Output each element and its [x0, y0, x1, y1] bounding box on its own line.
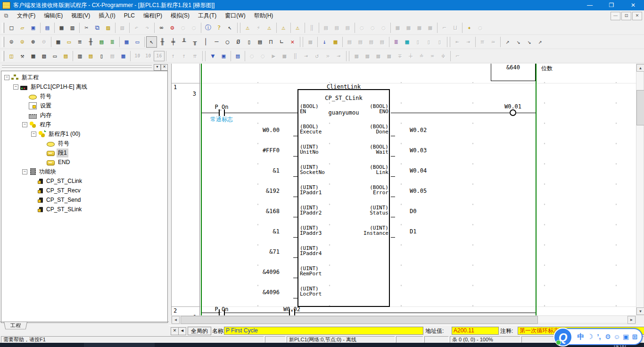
watch-list-button[interactable]: ▤	[96, 36, 107, 48]
minimize-button[interactable]: —	[579, 0, 601, 10]
tree-item-section1[interactable]: 段1	[1, 148, 167, 157]
symbol-bar-close-icon[interactable]: ✕	[171, 327, 179, 335]
tree-item-new-project[interactable]: −新工程	[1, 73, 167, 82]
tree-item-program1[interactable]: −新程序1 (00)	[1, 129, 167, 139]
symbol-name-field[interactable]: P First Cycle	[224, 327, 423, 335]
ime-language-toggle[interactable]: 中	[576, 332, 586, 341]
protection-button[interactable]: ✦	[464, 22, 475, 33]
comment-button[interactable]: ▭	[64, 36, 74, 48]
ci-view-button[interactable]: ▭	[132, 36, 143, 48]
fb-input-operand[interactable]: #FFF0	[233, 147, 280, 154]
expander-icon[interactable]: −	[4, 75, 9, 80]
compare-button[interactable]: ▤	[232, 50, 243, 62]
vertical-scrollbar[interactable]	[636, 64, 644, 315]
menu-item-8[interactable]: 工具(T)	[194, 11, 221, 21]
menu-item-1[interactable]: 文件(F)	[13, 11, 40, 21]
window2-button[interactable]: ▦	[28, 50, 39, 62]
tree-item-fb-cp-st-recv[interactable]: CP_ST_Recv	[1, 186, 167, 195]
window-layout-button[interactable]: ◫	[6, 50, 17, 62]
menu-item-10[interactable]: 帮助(H)	[250, 11, 278, 21]
child-restore-button[interactable]: ⊡	[621, 12, 631, 20]
horizontal-scrollbar[interactable]	[171, 315, 636, 323]
properties-window-button[interactable]: ▤	[60, 50, 71, 62]
menu-item-3[interactable]: 视图(V)	[67, 11, 94, 21]
row2-tool-43[interactable]: ↗	[502, 36, 513, 48]
emoji-icon[interactable]: ☺	[612, 333, 621, 340]
tree-item-symbols[interactable]: 符号	[1, 91, 167, 101]
symbol-bar-prev-icon[interactable]: ◄	[178, 327, 186, 335]
tree-item-fb-cp-st-clink[interactable]: CP_ST_CLink	[1, 176, 167, 186]
copy-button[interactable]: ⧉	[92, 22, 103, 33]
child-window-icon[interactable]	[2, 12, 10, 19]
scroll-left-icon[interactable]	[172, 316, 180, 324]
scroll-thumb[interactable]	[181, 316, 538, 324]
cross-reference-button[interactable]: ▥	[74, 50, 85, 62]
toolbox-icon[interactable]: ⊞	[630, 333, 639, 340]
select-mode-button[interactable]: ↖	[146, 36, 157, 48]
tree-item-program1-symbols[interactable]: 符号	[1, 139, 167, 148]
transfer-from-plc-button[interactable]: ▣	[218, 50, 229, 62]
output-coil[interactable]	[510, 109, 516, 116]
scroll-thumb[interactable]	[636, 90, 644, 125]
expander-icon[interactable]: −	[13, 84, 18, 90]
transfer-to-plc-button[interactable]: ▼	[207, 50, 218, 62]
fb-input-operand[interactable]: &1	[233, 228, 280, 235]
new-closed-contact-button[interactable]: ╪	[168, 36, 179, 48]
tree-item-settings[interactable]: 设置	[1, 101, 167, 110]
menu-item-2[interactable]: 编辑(E)	[40, 11, 67, 21]
expander-icon[interactable]: −	[22, 122, 27, 127]
mnemonic-view-button[interactable]: ▦	[121, 36, 132, 48]
tree-item-programs[interactable]: −程序	[1, 120, 167, 129]
fb-instance-button[interactable]: ≣	[391, 36, 402, 48]
tree-item-plc1[interactable]: −新PLC1[CP1H-E] 离线	[1, 82, 167, 91]
coil-label[interactable]: W0.01	[499, 103, 527, 110]
tab-project[interactable]: 工程	[4, 322, 27, 329]
horizontal-line-button[interactable]: ─	[211, 36, 222, 48]
properties-button[interactable]: ⓘ	[203, 22, 214, 33]
local-window-button[interactable]: ▯	[96, 50, 107, 62]
menu-item-7[interactable]: 模拟(S)	[166, 11, 194, 21]
ime-logo-icon[interactable]: Q	[553, 328, 572, 347]
close-button[interactable]: ✕	[622, 0, 644, 10]
punctuation-icon[interactable]: ’,	[594, 333, 603, 340]
memory-view-button[interactable]: ▦	[118, 50, 129, 62]
panel-grip[interactable]	[2, 67, 152, 69]
symbol-address-field[interactable]: A200.11	[452, 327, 499, 335]
maximize-button[interactable]: ❐	[601, 0, 622, 10]
save-button[interactable]: ▣	[28, 22, 39, 33]
toolbar-grip[interactable]	[2, 23, 4, 33]
menu-item-9[interactable]: 窗口(W)	[221, 11, 249, 21]
fb-input-operand[interactable]: &4096	[233, 289, 280, 296]
expander-icon[interactable]: −	[22, 169, 27, 174]
contact-label[interactable]: W0.02	[278, 306, 306, 313]
cut-button[interactable]: ✂	[81, 22, 92, 33]
tree-item-fb-cp-st-slink[interactable]: CP_ST_SLink	[1, 205, 167, 214]
fb-input-operand[interactable]: W0.00	[233, 127, 280, 133]
toolbar-grip[interactable]	[2, 51, 4, 61]
print-preview-button[interactable]: ▥	[67, 22, 78, 33]
skin-icon[interactable]: ▣	[621, 333, 630, 340]
row2-tool-46[interactable]: ↗	[535, 36, 545, 48]
fb-transfer-button[interactable]: ↓	[319, 36, 330, 48]
new-contact-button[interactable]: ╫	[157, 36, 168, 48]
fb-instance-name[interactable]: ClientLink	[297, 83, 390, 90]
context-help-button[interactable]: ↖	[224, 22, 235, 33]
fb-input-operand[interactable]: &1	[233, 167, 280, 174]
panel-grip[interactable]	[2, 65, 152, 67]
taskbar[interactable]: 14:00	[0, 343, 644, 347]
replace-button[interactable]: ⚙	[167, 22, 178, 33]
child-minimize-button[interactable]: —	[611, 12, 620, 20]
fb-input-operand[interactable]: &71	[233, 248, 280, 255]
paste-button[interactable]: ▨	[103, 22, 114, 33]
find-button[interactable]: ∞	[156, 22, 167, 33]
zoom-button[interactable]: ⊙	[6, 36, 17, 48]
vertical-line-button[interactable]: │	[200, 36, 211, 48]
window3-button[interactable]: ▧	[39, 50, 50, 62]
print-button[interactable]: ▦	[56, 22, 67, 33]
help-button[interactable]: ?	[214, 22, 224, 33]
tree-item-function-blocks[interactable]: −功能块	[1, 167, 167, 176]
toolbar-grip[interactable]	[2, 37, 4, 47]
grid-button[interactable]: ▦	[53, 36, 64, 48]
expander-icon[interactable]: −	[31, 132, 36, 137]
open-button[interactable]: ▱	[17, 22, 28, 33]
